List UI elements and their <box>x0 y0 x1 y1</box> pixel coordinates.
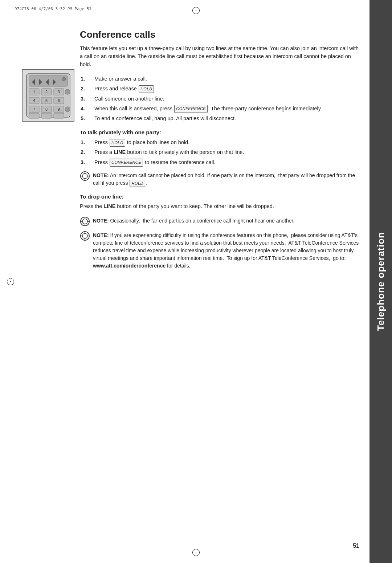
step-4: When this call is answered, press CONFER… <box>91 105 363 113</box>
sub1-step-2-text: Press a LINE button to talk privately wi… <box>94 149 244 155</box>
svg-text:4: 4 <box>33 98 35 103</box>
sidebar: Telephone operation <box>369 0 392 563</box>
step-5: To end a conference call, hang up. All p… <box>91 114 363 123</box>
reg-mark-left <box>7 278 15 286</box>
page-meta: 974CIB_06 4/7/06 3:32 PM Page 51 <box>15 7 91 11</box>
note-icon-3 <box>80 231 90 241</box>
step-3-text: Call someone on another line. <box>94 96 164 102</box>
reg-mark-bottom <box>192 548 200 556</box>
note-icon-2 <box>80 216 90 227</box>
svg-point-31 <box>82 174 87 179</box>
subsection2-body: Press the LINE button of the party you w… <box>80 203 363 211</box>
svg-point-13 <box>65 89 70 94</box>
note-block-1: NOTE: An intercom call cannot be placed … <box>80 172 363 187</box>
svg-rect-27 <box>29 113 39 118</box>
svg-point-37 <box>82 219 87 224</box>
note-3-text: NOTE: If you are experiencing difficulty… <box>93 232 363 270</box>
note-2-label: NOTE: <box>93 218 109 224</box>
step-4-text: When this call is answered, press CONFER… <box>94 106 322 111</box>
intro-text: This feature lets you set up a three-par… <box>80 45 363 68</box>
svg-text:6: 6 <box>57 98 60 103</box>
note-2-text: NOTE: Occasionally, the far-end parties … <box>93 217 363 225</box>
svg-text:9: 9 <box>57 107 60 111</box>
svg-text:2: 2 <box>45 90 47 94</box>
line-bold-1: LINE <box>114 149 126 155</box>
svg-point-26 <box>65 107 70 112</box>
step-5-text: To end a conference call, hang up. All p… <box>94 115 236 121</box>
note-block-3: NOTE: If you are experiencing difficulty… <box>80 232 363 270</box>
step-1-text: Make or answer a call. <box>94 76 147 82</box>
line-bold-2: LINE <box>103 203 115 209</box>
hold-key-2: HOLD <box>110 139 125 147</box>
hold-key-1: HOLD <box>139 85 154 93</box>
svg-text:1: 1 <box>33 90 35 94</box>
svg-point-43 <box>82 233 87 238</box>
sub1-step-3: Press CONFERENCE to resume the conferenc… <box>91 158 363 167</box>
svg-text:7: 7 <box>33 107 35 111</box>
subsection2-title: To drop one line: <box>80 193 363 200</box>
main-content: 1 2 3 4 5 6 7 8 9 <box>80 29 363 541</box>
note-icon-1 <box>80 171 90 181</box>
page-number: 51 <box>353 543 359 549</box>
steps-list: Make or answer a call. Press and release… <box>91 75 363 123</box>
section-title: Conference calls <box>80 29 363 40</box>
svg-rect-29 <box>54 113 64 118</box>
url-text: www.att.com/orderconference <box>93 263 166 269</box>
conference-key-2: CONFERENCE <box>110 159 143 167</box>
phone-image: 1 2 3 4 5 6 7 8 9 <box>22 69 74 122</box>
sidebar-label: Telephone operation <box>375 232 387 331</box>
svg-text:8: 8 <box>45 107 47 111</box>
step-2: Press and release HOLD. <box>91 85 363 93</box>
note-1-text: NOTE: An intercom call cannot be placed … <box>93 172 363 187</box>
sub1-step-1-text: Press HOLD to place both lines on hold. <box>94 139 189 145</box>
conference-key-1: CONFERENCE <box>174 105 208 113</box>
svg-rect-28 <box>41 113 52 118</box>
sub1-step-2: Press a LINE button to talk privately wi… <box>91 148 363 156</box>
note-block-2: NOTE: Occasionally, the far-end parties … <box>80 217 363 227</box>
subsection1-title: To talk privately with one party: <box>80 129 363 135</box>
svg-point-6 <box>62 77 66 81</box>
step-3: Call someone on another line. <box>91 95 363 103</box>
step-2-text: Press and release HOLD. <box>94 86 156 91</box>
subsection1-steps: Press HOLD to place both lines on hold. … <box>91 138 363 167</box>
reg-mark-top <box>192 7 200 15</box>
sub1-step-3-text: Press CONFERENCE to resume the conferenc… <box>94 159 215 165</box>
svg-text:5: 5 <box>45 98 47 103</box>
sub1-step-1: Press HOLD to place both lines on hold. <box>91 138 363 147</box>
note-3-label: NOTE: <box>93 232 109 238</box>
hold-key-3: HOLD <box>130 180 145 187</box>
note-1-label: NOTE: <box>93 172 109 178</box>
step-1: Make or answer a call. <box>91 75 363 83</box>
svg-text:3: 3 <box>57 90 60 94</box>
